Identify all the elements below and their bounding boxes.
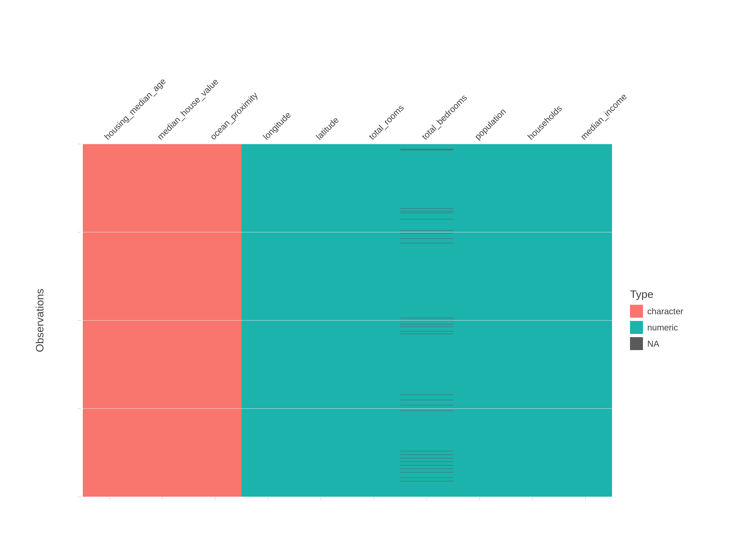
y-gridline [83, 497, 612, 497]
y-gridline [83, 232, 612, 232]
plot-panel [83, 144, 612, 497]
x-category-label: total_rooms [367, 103, 406, 142]
na-stripe [400, 230, 453, 231]
x-tick-mark-bottom [268, 497, 268, 500]
na-stripe [400, 149, 453, 149]
x-tick-mark-top [427, 137, 427, 140]
y-gridline [83, 408, 612, 409]
na-stripe [400, 243, 453, 243]
y-tick-mark [78, 497, 81, 497]
legend: Type characternumericNA [630, 288, 683, 353]
y-tick-mark [78, 320, 81, 321]
y-axis-title: Observations [34, 289, 46, 352]
x-tick-mark-top [533, 137, 533, 140]
na-stripe [400, 481, 453, 481]
x-tick-mark-top [215, 137, 215, 140]
na-stripe [400, 324, 453, 324]
x-tick-mark-bottom [321, 497, 321, 500]
x-tick-mark-top [479, 137, 480, 140]
x-tick-mark-top [585, 137, 586, 140]
na-stripe [400, 458, 453, 458]
x-category-label: longitude [261, 110, 293, 142]
na-stripe [400, 410, 453, 411]
legend-item: character [630, 305, 683, 318]
legend-label: NA [647, 339, 659, 349]
na-stripe [400, 318, 453, 318]
x-category-label: median_income [578, 91, 629, 142]
na-stripe [400, 472, 453, 472]
na-stripe [400, 149, 453, 150]
na-stripe [400, 477, 453, 478]
legend-label: character [647, 306, 683, 316]
na-stripe [400, 213, 453, 213]
na-stripe [400, 405, 453, 405]
y-tick-mark [78, 232, 81, 232]
na-stripe [400, 334, 453, 334]
y-gridline [83, 144, 612, 144]
na-stripe [400, 400, 453, 400]
x-tick-mark-bottom [533, 497, 533, 500]
x-tick-mark-top [321, 137, 321, 140]
x-tick-mark-top [268, 137, 268, 140]
legend-key [630, 337, 643, 350]
na-stripe [400, 208, 453, 209]
legend-key [630, 305, 643, 318]
na-stripe [400, 455, 453, 455]
x-tick-mark-bottom [585, 497, 586, 500]
x-tick-mark-bottom [215, 497, 215, 500]
na-stripe [400, 331, 453, 332]
x-tick-mark-bottom [162, 497, 162, 500]
x-tick-mark-top [109, 137, 109, 140]
legend-key [630, 321, 643, 334]
na-stripe [400, 451, 453, 451]
na-stripe [400, 465, 453, 466]
na-stripe [400, 462, 453, 462]
na-stripe [400, 219, 453, 219]
x-category-label: ocean_proximity [208, 90, 260, 142]
na-stripe [400, 150, 453, 150]
na-stripe [400, 395, 453, 395]
x-category-label: total_bedrooms [420, 92, 469, 142]
na-stripe [400, 238, 453, 239]
na-stripe [400, 469, 453, 469]
na-stripe [400, 233, 453, 233]
chart-container: Observations 05000100001500020000 housin… [0, 0, 756, 540]
x-category-label: population [473, 106, 508, 142]
legend-title: Type [630, 288, 683, 300]
y-tick-mark [78, 144, 81, 144]
legend-label: numeric [647, 323, 678, 333]
x-tick-mark-top [374, 137, 374, 140]
x-tick-mark-bottom [479, 497, 480, 500]
legend-item: numeric [630, 321, 683, 334]
legend-item: NA [630, 337, 683, 350]
x-tick-mark-top [162, 137, 162, 140]
na-stripe [400, 327, 453, 327]
x-category-label: households [526, 103, 564, 142]
x-category-label: median_house_value [155, 76, 220, 142]
x-category-label: latitude [314, 115, 340, 142]
x-tick-mark-bottom [109, 497, 109, 500]
na-stripe [400, 211, 453, 211]
x-tick-mark-bottom [374, 497, 374, 500]
y-gridline [83, 320, 612, 321]
x-tick-mark-bottom [427, 497, 427, 500]
y-tick-mark [78, 408, 81, 409]
